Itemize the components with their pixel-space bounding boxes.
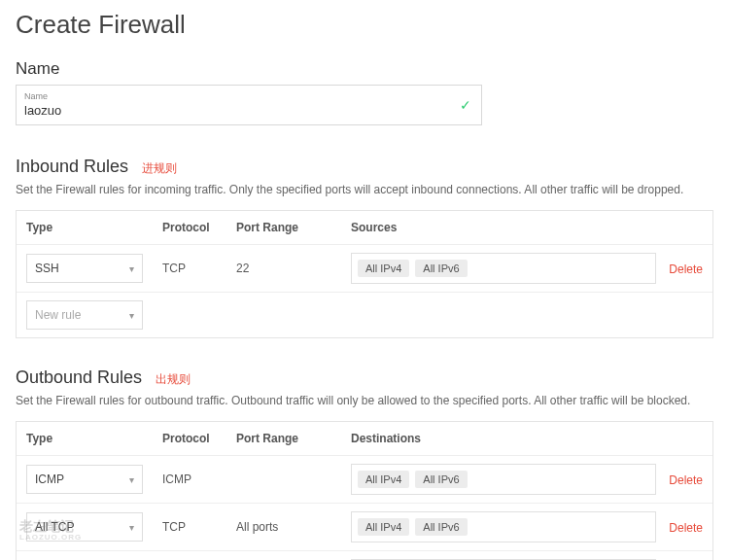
destination-tag[interactable]: All IPv6 <box>415 518 467 536</box>
new-rule-placeholder: New rule <box>35 308 81 322</box>
col-destinations-header: Destinations <box>351 432 656 445</box>
protocol-value: TCP <box>162 520 236 534</box>
outbound-rules-table: Type Protocol Port Range Destinations IC… <box>16 421 713 560</box>
type-select-value: SSH <box>35 262 59 275</box>
delete-button[interactable]: Delete <box>669 262 703 276</box>
table-row: New rule ▾ <box>17 292 712 337</box>
destination-tag[interactable]: All IPv4 <box>358 518 409 536</box>
type-select-value: ICMP <box>35 472 64 486</box>
chevron-down-icon: ▾ <box>129 522 134 533</box>
sources-input[interactable]: All IPv4 All IPv6 <box>351 253 656 284</box>
table-row: SSH ▾ TCP 22 All IPv4 All IPv6 Delete <box>17 244 712 292</box>
chevron-down-icon: ▾ <box>129 263 134 274</box>
outbound-annotation: 出规则 <box>156 371 191 388</box>
inbound-description: Set the Firewall rules for incoming traf… <box>16 183 713 196</box>
table-row: All TCP ▾ TCP All ports All IPv4 All IPv… <box>17 503 712 550</box>
name-input[interactable] <box>24 103 452 118</box>
inbound-rules-title: Inbound Rules <box>16 157 128 177</box>
col-type-header: Type <box>26 432 162 445</box>
type-select[interactable]: All TCP ▾ <box>26 512 143 542</box>
source-tag[interactable]: All IPv6 <box>415 260 467 277</box>
new-rule-select[interactable]: New rule ▾ <box>26 300 143 330</box>
protocol-value: ICMP <box>162 472 236 486</box>
col-portrange-header: Port Range <box>236 432 351 445</box>
name-input-container[interactable]: Name ✓ <box>16 85 482 125</box>
name-section-label: Name <box>16 59 713 79</box>
outbound-rules-title: Outbound Rules <box>16 368 142 388</box>
chevron-down-icon: ▾ <box>129 474 134 485</box>
col-portrange-header: Port Range <box>236 221 351 234</box>
delete-button[interactable]: Delete <box>669 521 703 535</box>
type-select[interactable]: ICMP ▾ <box>26 465 143 494</box>
inbound-table-header: Type Protocol Port Range Sources <box>17 211 712 244</box>
portrange-value: All ports <box>236 520 351 534</box>
destinations-input[interactable]: All IPv4 All IPv6 <box>351 464 656 495</box>
inbound-annotation: 进规则 <box>142 160 177 177</box>
destination-tag[interactable]: All IPv6 <box>415 471 467 488</box>
inbound-rules-table: Type Protocol Port Range Sources SSH ▾ T… <box>16 210 713 338</box>
source-tag[interactable]: All IPv4 <box>358 260 409 277</box>
col-protocol-header: Protocol <box>162 221 236 234</box>
check-icon: ✓ <box>460 97 471 113</box>
table-row: ICMP ▾ ICMP All IPv4 All IPv6 Delete <box>17 455 712 503</box>
table-row: All UDP ▾ UDP All ports All IPv4 All IPv… <box>17 550 712 560</box>
name-field-tiny-label: Name <box>24 91 473 101</box>
outbound-description: Set the Firewall rules for outbound traf… <box>16 394 713 407</box>
col-sources-header: Sources <box>351 221 656 234</box>
type-select[interactable]: SSH ▾ <box>26 254 143 283</box>
delete-button[interactable]: Delete <box>669 473 703 487</box>
col-type-header: Type <box>26 221 162 234</box>
col-protocol-header: Protocol <box>162 432 236 445</box>
type-select-value: All TCP <box>35 520 74 534</box>
portrange-value: 22 <box>236 262 351 275</box>
destinations-input[interactable]: All IPv4 All IPv6 <box>351 511 656 542</box>
chevron-down-icon: ▾ <box>129 310 134 321</box>
page-title: Create Firewall <box>16 10 713 40</box>
protocol-value: TCP <box>162 262 236 275</box>
destination-tag[interactable]: All IPv4 <box>358 471 409 488</box>
outbound-table-header: Type Protocol Port Range Destinations <box>17 422 712 455</box>
